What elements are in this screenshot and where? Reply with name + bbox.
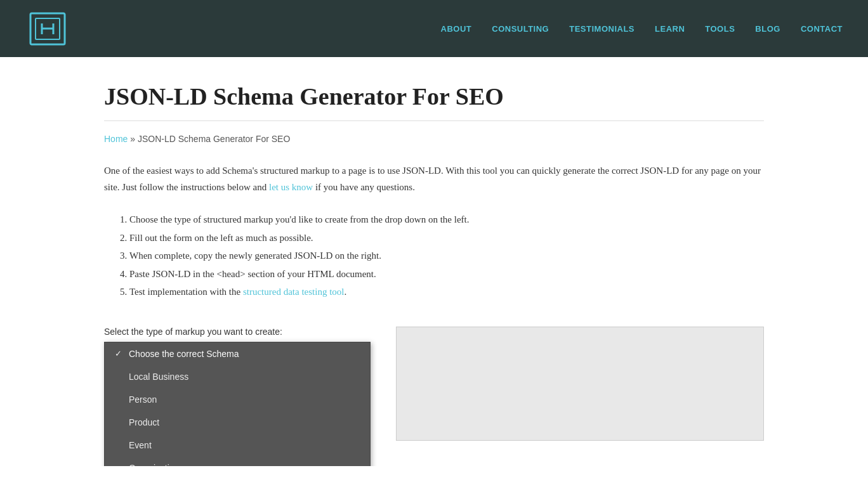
main-nav: ABOUT CONSULTING TESTIMONIALS LEARN TOOL… xyxy=(441,24,843,34)
nav-blog[interactable]: BLOG xyxy=(755,24,780,34)
instruction-2: Fill out the form on the left as much as… xyxy=(129,229,764,247)
logo-container xyxy=(25,8,70,49)
intro-paragraph: One of the easiest ways to add Schema's … xyxy=(104,163,764,195)
json-output-panel xyxy=(396,327,764,441)
nav-testimonials[interactable]: TESTIMONIALS xyxy=(569,24,635,34)
breadcrumb-separator: » xyxy=(130,134,135,144)
nav-contact[interactable]: CONTACT xyxy=(801,24,843,34)
instruction-3: When complete, copy the newly generated … xyxy=(129,247,764,265)
dropdown-item-person[interactable]: Person xyxy=(105,388,370,411)
intro-end-text: if you have any questions. xyxy=(313,182,415,192)
select-label: Select the type of markup you want to cr… xyxy=(104,327,371,337)
nav-tools[interactable]: TOOLS xyxy=(705,24,735,34)
site-header: ABOUT CONSULTING TESTIMONIALS LEARN TOOL… xyxy=(0,0,868,57)
nav-consulting[interactable]: CONSULTING xyxy=(492,24,549,34)
breadcrumb: Home » JSON-LD Schema Generator For SEO xyxy=(104,134,764,144)
dropdown-item-event[interactable]: Event xyxy=(105,434,370,457)
tool-section: Select the type of markup you want to cr… xyxy=(104,327,764,441)
intro-link-inline: let us know xyxy=(269,182,313,192)
breadcrumb-home-link[interactable]: Home xyxy=(104,134,128,144)
dropdown-item-local-business[interactable]: Local Business xyxy=(105,365,370,388)
breadcrumb-current: JSON-LD Schema Generator For SEO xyxy=(138,134,290,144)
intro-text-before-link: One of the easiest ways to add Schema's … xyxy=(104,166,761,192)
instruction-4: Paste JSON-LD in the <head> section of y… xyxy=(129,265,764,283)
nav-about[interactable]: ABOUT xyxy=(441,24,472,34)
dropdown-item-organization[interactable]: Organization xyxy=(105,457,370,466)
instruction-1: Choose the type of structured markup you… xyxy=(129,211,764,229)
checkmark-icon: ✓ xyxy=(115,349,124,358)
structured-data-tool-link[interactable]: structured data testing tool xyxy=(243,287,345,297)
main-content: JSON-LD Schema Generator For SEO Home » … xyxy=(53,57,815,466)
page-title: JSON-LD Schema Generator For SEO xyxy=(104,82,764,110)
dropdown-item-product[interactable]: Product xyxy=(105,411,370,434)
instruction-5: Test implementation with the structured … xyxy=(129,283,764,301)
dropdown-menu[interactable]: ✓ Choose the correct Schema Local Busine… xyxy=(104,342,371,466)
nav-learn[interactable]: LEARN xyxy=(655,24,685,34)
instructions-list: Choose the type of structured markup you… xyxy=(129,211,764,301)
dropdown-item-choose[interactable]: ✓ Choose the correct Schema xyxy=(105,342,370,365)
left-panel: Select the type of markup you want to cr… xyxy=(104,327,371,342)
logo[interactable] xyxy=(25,8,70,49)
title-divider xyxy=(104,120,764,121)
